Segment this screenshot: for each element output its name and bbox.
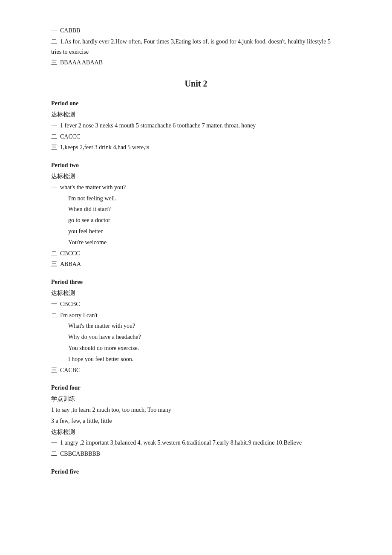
period-four-label2: 达标检测 — [51, 427, 341, 437]
unit-title: Unit 2 — [51, 76, 341, 91]
p3-sub-1: What's the matter with you? — [68, 321, 341, 331]
p2-sub-5: You're welcome — [68, 237, 341, 248]
period-three-label: 达标检测 — [51, 288, 341, 298]
period-two-item-1: 一 what's the matter with you? — [51, 182, 341, 193]
top-content-2: 1.As for, hardly ever 2.How often, Four … — [51, 38, 331, 55]
period-one-label: 达标检测 — [51, 110, 341, 120]
period-five-heading: Period five — [51, 467, 341, 477]
p2-sub-2: When did it start? — [68, 204, 341, 214]
p3-symbol-2: 二 — [51, 312, 57, 318]
p2-symbol-3: 三 — [51, 261, 57, 267]
period-five: Period five — [51, 467, 341, 477]
period-two-heading: Period two — [51, 160, 341, 171]
top-line3: 三 BBAAA ABAAB — [51, 58, 341, 68]
period-four: Period four 学点训练 1 to say ,to learn 2 mu… — [51, 383, 341, 459]
p2-content-1: what's the matter with you? — [60, 184, 126, 191]
period-three-sub: What's the matter with you? Why do you h… — [51, 321, 341, 364]
period-three-item-2: 二 I'm sorry I can't — [51, 310, 341, 321]
period-one: Period one 达标检测 一 1 fever 2 nose 3 neeks… — [51, 98, 341, 153]
period-four-heading: Period four — [51, 383, 341, 393]
period-one-heading: Period one — [51, 98, 341, 109]
p1-content-2: CACCC — [60, 133, 80, 140]
period-two-label: 达标检测 — [51, 171, 341, 182]
p2-symbol-2: 二 — [51, 250, 57, 257]
top-symbol-2: 二 — [51, 38, 57, 45]
period-four-practice2: 3 a few, few, a little, little — [51, 416, 341, 426]
period-three-heading: Period three — [51, 277, 341, 287]
p3-content-1: CBCBC — [60, 301, 80, 307]
period-four-label1: 学点训练 — [51, 394, 341, 404]
p3-sub-2: Why do you have a headache? — [68, 332, 341, 342]
p4-symbol-1: 一 — [51, 439, 57, 446]
p3-content-3: CACBC — [60, 367, 80, 373]
top-line1: 一 CABBB — [51, 26, 341, 36]
period-three-item-1: 一 CBCBC — [51, 299, 341, 309]
p1-symbol-2: 二 — [51, 133, 57, 140]
p2-sub-3: go to see a doctor — [68, 215, 341, 225]
period-one-item-2: 二 CACCC — [51, 132, 341, 142]
top-symbol-3: 三 — [51, 59, 57, 66]
p1-content-3: 1,keeps 2,feet 3 drink 4,had 5 were,is — [60, 144, 149, 150]
p4-symbol-2: 二 — [51, 451, 57, 457]
period-three: Period three 达标检测 一 CBCBC 二 I'm sorry I … — [51, 277, 341, 375]
p2-sub-1: I'm not feeling well. — [68, 194, 341, 204]
p2-content-3: ABBAA — [60, 261, 81, 267]
period-three-item-3: 三 CACBC — [51, 365, 341, 376]
top-line2: 二 1.As for, hardly ever 2.How often, Fou… — [51, 37, 341, 57]
p3-symbol-3: 三 — [51, 367, 57, 373]
period-four-practice1: 1 to say ,to learn 2 much too, too much,… — [51, 405, 341, 415]
p3-sub-4: I hope you feel better soon. — [68, 354, 341, 364]
p3-sub-3: You should do more exercise. — [68, 343, 341, 353]
top-section: 一 CABBB 二 1.As for, hardly ever 2.How of… — [51, 26, 341, 68]
period-four-item-1: 一 1 angry ,2 important 3,balanced 4, wea… — [51, 438, 341, 448]
p4-content-2: CBBCABBBBB — [60, 451, 100, 457]
p3-content-2: I'm sorry I can't — [60, 312, 98, 318]
p1-symbol-3: 三 — [51, 144, 57, 150]
p2-symbol-1: 一 — [51, 184, 57, 191]
period-one-item-1: 一 1 fever 2 nose 3 neeks 4 mouth 5 stoma… — [51, 121, 341, 131]
period-four-item-2: 二 CBBCABBBBB — [51, 449, 341, 459]
top-symbol-1: 一 — [51, 27, 57, 34]
p4-content-1: 1 angry ,2 important 3,balanced 4, weak … — [60, 439, 302, 446]
period-one-item-3: 三 1,keeps 2,feet 3 drink 4,had 5 were,is — [51, 142, 341, 153]
top-content-3: BBAAA ABAAB — [60, 59, 103, 66]
p1-symbol-1: 一 — [51, 122, 57, 129]
p2-sub-4: you feel better — [68, 226, 341, 237]
p2-content-2: CBCCC — [60, 250, 80, 257]
p1-content-1: 1 fever 2 nose 3 neeks 4 mouth 5 stomach… — [60, 122, 256, 129]
top-content-1: CABBB — [60, 27, 80, 34]
period-two: Period two 达标检测 一 what's the matter with… — [51, 160, 341, 269]
p3-symbol-1: 一 — [51, 301, 57, 307]
period-two-sub: I'm not feeling well. When did it start?… — [51, 194, 341, 248]
period-two-item-3: 三 ABBAA — [51, 259, 341, 269]
period-two-item-2: 二 CBCCC — [51, 249, 341, 259]
